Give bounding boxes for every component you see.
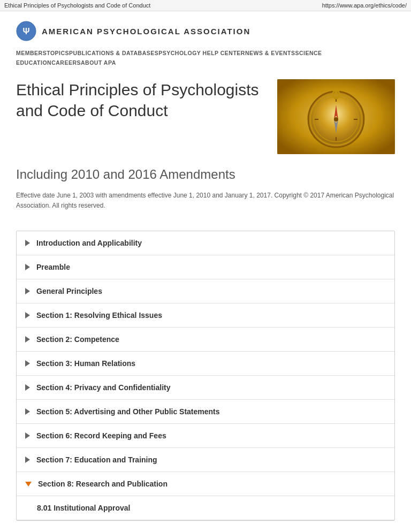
page-title: Ethical Principles of Psychologists and … (4, 2, 150, 9)
accordion-item-s2[interactable]: Section 2: Competence (17, 328, 394, 352)
arrow-icon-s3 (25, 360, 30, 367)
accordion-item-preamble[interactable]: Preamble (17, 255, 394, 279)
svg-point-13 (334, 117, 338, 121)
arrow-icon-s7 (25, 457, 30, 463)
subtitle: Including 2010 and 2016 Amendments (16, 167, 395, 186)
arrow-icon-s5 (25, 408, 30, 415)
arrow-icon-s6 (25, 432, 30, 439)
arrow-icon-s4 (25, 384, 30, 391)
browser-url: https://www.apa.org/ethics/code/ (322, 2, 407, 9)
accordion-label-s3: Section 3: Human Relations (36, 359, 135, 368)
accordion-item-s3[interactable]: Section 3: Human Relations (17, 352, 394, 376)
hero-section: Ethical Principles of Psychologists and … (16, 74, 395, 163)
accordion-sub-label-s8-01: 8.01 Institutional Approval (37, 504, 131, 512)
accordion-sub-item-s8-01[interactable]: 8.01 Institutional Approval (17, 496, 394, 520)
accordion-label-s6: Section 6: Record Keeping and Fees (36, 431, 166, 440)
accordion-label-general: General Principles (36, 287, 102, 295)
accordion-label-s4: Section 4: Privacy and Confidentiality (36, 383, 171, 392)
accordion-item-s5[interactable]: Section 5: Advertising and Other Public … (17, 400, 394, 424)
arrow-icon-s2 (25, 336, 30, 343)
accordion-label-s8: Section 8: Research and Publication (38, 480, 168, 488)
accordion-label-s2: Section 2: Competence (36, 335, 119, 344)
accordion-item-s6[interactable]: Section 6: Record Keeping and Fees (17, 424, 394, 448)
accordion-label-s5: Section 5: Advertising and Other Public … (36, 407, 220, 416)
accordion-label-s7: Section 7: Education and Training (36, 455, 157, 464)
accordion-item-s4[interactable]: Section 4: Privacy and Confidentiality (17, 376, 394, 400)
accordion-item-s7[interactable]: Section 7: Education and Training (17, 448, 394, 472)
nav-links: MEMBERSTOPICSPUBLICATIONS & DATABASESPSY… (16, 50, 322, 66)
arrow-icon-intro (25, 240, 30, 246)
accordion-item-s1[interactable]: Section 1: Resolving Ethical Issues (17, 303, 394, 328)
browser-bar: Ethical Principles of Psychologists and … (0, 0, 411, 11)
nav-bar: MEMBERSTOPICSPUBLICATIONS & DATABASESPSY… (16, 45, 395, 74)
arrow-icon-preamble (25, 264, 30, 270)
logo-container[interactable]: Ψ American Psychological Association (16, 21, 250, 41)
accordion-item-intro[interactable]: Introduction and Applicability (17, 231, 394, 255)
accordion: Introduction and Applicability Preamble … (16, 231, 395, 521)
logo-text: American Psychological Association (42, 27, 250, 36)
accordion-label-s1: Section 1: Resolving Ethical Issues (36, 311, 162, 320)
arrow-icon-s8 (25, 482, 32, 487)
effective-date: Effective date June 1, 2003 with amendme… (16, 186, 395, 219)
hero-title: Ethical Principles of Psychologists and … (16, 79, 267, 121)
subtitle-section: Including 2010 and 2016 Amendments Effec… (16, 163, 395, 226)
apa-logo-icon: Ψ (16, 21, 36, 41)
accordion-label-preamble: Preamble (36, 263, 70, 271)
accordion-item-general[interactable]: General Principles (17, 279, 394, 303)
svg-point-15 (334, 90, 338, 94)
site-header: Ψ American Psychological Association (16, 11, 395, 45)
accordion-item-s8[interactable]: Section 8: Research and Publication (17, 472, 394, 496)
accordion-label-intro: Introduction and Applicability (36, 239, 142, 247)
arrow-icon-s1 (25, 312, 30, 318)
hero-image (277, 79, 395, 154)
svg-text:Ψ: Ψ (23, 27, 30, 36)
arrow-icon-general (25, 288, 30, 294)
